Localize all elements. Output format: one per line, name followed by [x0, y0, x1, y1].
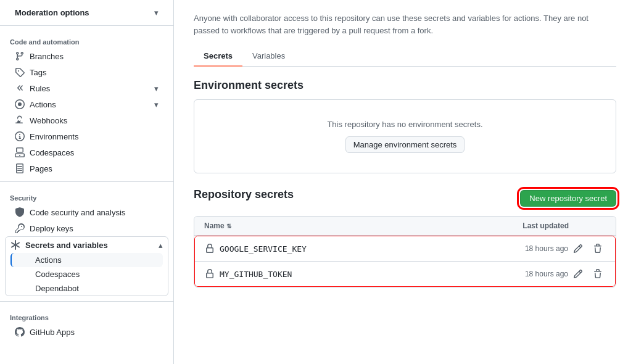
shield-icon: [15, 207, 25, 217]
chevron-down-icon-actions: ▾: [154, 100, 159, 109]
webhook-icon: [15, 115, 25, 125]
lock-icon-1: [205, 244, 215, 254]
edit-secret-1-button[interactable]: [571, 242, 585, 255]
sidebar-item-webhooks[interactable]: Webhooks: [5, 112, 168, 128]
sidebar-item-deploy-keys[interactable]: Deploy keys: [5, 220, 168, 236]
sidebar: Moderation options ▾ Code and automation…: [0, 0, 174, 364]
divider3: [0, 301, 173, 302]
sidebar-item-label-secrets-variables: Secrets and variables: [25, 241, 108, 250]
secrets-table: Name ⇅ Last updated GOOGLE_SERVICE_KEY 1…: [194, 216, 616, 287]
tag-icon: [15, 67, 25, 77]
secret-actions-2: [568, 268, 605, 280]
manage-env-secrets-button[interactable]: Manage environment secrets: [345, 136, 465, 153]
sidebar-item-label-branches: Branches: [30, 52, 64, 61]
sidebar-item-label-environments: Environments: [30, 132, 78, 141]
sidebar-item-label-deploy-keys: Deploy keys: [30, 224, 73, 233]
table-row: GOOGLE_SERVICE_KEY 18 hours ago: [195, 236, 615, 262]
table-header: Name ⇅ Last updated: [194, 217, 616, 236]
tab-secrets[interactable]: Secrets: [194, 46, 242, 67]
sidebar-item-child-dependabot[interactable]: Dependabot: [10, 281, 163, 296]
section-integrations: Integrations: [0, 307, 173, 324]
sidebar-item-pages[interactable]: Pages: [5, 160, 168, 176]
sidebar-item-moderation[interactable]: Moderation options ▾: [5, 5, 168, 20]
rules-icon: [15, 83, 25, 93]
repo-secrets-title: Repository secrets: [194, 188, 294, 201]
info-text: Anyone with collaborator access to this …: [194, 12, 616, 36]
main-content: Anyone with collaborator access to this …: [174, 0, 636, 364]
col-updated-header: Last updated: [470, 221, 569, 230]
secrets-variables-section: Secrets and variables ▴ Actions Codespac…: [5, 236, 168, 296]
env-secrets-box: This repository has no environment secre…: [194, 99, 616, 173]
edit-secret-2-button[interactable]: [571, 268, 585, 280]
chevron-down-icon: ▾: [154, 8, 159, 17]
sidebar-item-github-apps[interactable]: GitHub Apps: [5, 324, 168, 340]
sidebar-item-actions[interactable]: Actions ▾: [5, 96, 168, 112]
env-secrets-empty: This repository has no environment secre…: [214, 120, 596, 129]
chevron-right-icon: ▾: [154, 84, 159, 93]
repo-secrets-header: Repository secrets New repository secret: [194, 188, 616, 209]
pages-icon: [15, 163, 25, 173]
tabs: Secrets Variables: [194, 46, 616, 67]
sidebar-item-child-actions[interactable]: Actions: [10, 253, 163, 267]
sidebar-item-label-codespaces-child: Codespaces: [35, 270, 80, 279]
secret-name-1: GOOGLE_SERVICE_KEY: [205, 244, 469, 254]
tab-variables[interactable]: Variables: [242, 46, 295, 67]
divider2: [0, 181, 173, 182]
section-code-automation: Code and automation: [0, 31, 173, 48]
chevron-up-icon: ▴: [159, 241, 163, 250]
sidebar-item-label-webhooks: Webhooks: [30, 116, 67, 125]
branch-icon: [15, 51, 25, 61]
sidebar-item-secrets-variables[interactable]: Secrets and variables ▴: [6, 237, 168, 253]
sidebar-item-label-actions: Actions: [30, 100, 56, 109]
sidebar-item-label-actions-child: Actions: [35, 255, 62, 265]
sidebar-item-label-tags: Tags: [30, 68, 46, 77]
delete-secret-2-button[interactable]: [590, 268, 605, 280]
asterisk-icon: [10, 240, 20, 250]
secret-updated-1: 18 hours ago: [469, 244, 568, 253]
env-secrets-title: Environment secrets: [194, 79, 616, 92]
new-repository-secret-button[interactable]: New repository secret: [520, 190, 616, 207]
secret-actions-1: [568, 242, 605, 255]
delete-secret-1-button[interactable]: [590, 242, 605, 255]
sidebar-item-tags[interactable]: Tags: [5, 64, 168, 80]
sidebar-item-child-codespaces[interactable]: Codespaces: [10, 267, 163, 281]
actions-icon: [15, 99, 25, 109]
secret-name-2: MY_GITHUB_TOKEN: [205, 269, 469, 279]
col-name-header: Name ⇅: [204, 221, 470, 230]
sidebar-item-branches[interactable]: Branches: [5, 48, 168, 64]
key-icon: [15, 223, 25, 233]
sidebar-item-label-dependabot-child: Dependabot: [35, 284, 79, 293]
secrets-rows-container: GOOGLE_SERVICE_KEY 18 hours ago: [194, 236, 616, 287]
section-security: Security: [0, 187, 173, 204]
environments-icon: [15, 131, 25, 141]
sidebar-item-environments[interactable]: Environments: [5, 128, 168, 144]
sidebar-item-label-pages: Pages: [30, 164, 52, 173]
divider: [0, 25, 173, 26]
sidebar-item-rules[interactable]: Rules ▾: [5, 80, 168, 96]
table-row: MY_GITHUB_TOKEN 18 hours ago: [195, 262, 615, 286]
codespaces-icon: [15, 147, 25, 157]
lock-icon-2: [205, 269, 215, 279]
sidebar-item-codespaces[interactable]: Codespaces: [5, 144, 168, 160]
sidebar-item-label-code-security: Code security and analysis: [30, 208, 125, 217]
sidebar-item-label-rules: Rules: [30, 84, 50, 93]
sort-icon: ⇅: [226, 223, 231, 230]
secret-updated-2: 18 hours ago: [469, 270, 568, 278]
sidebar-item-label-codespaces: Codespaces: [30, 148, 74, 157]
github-icon: [15, 327, 25, 337]
sidebar-item-code-security[interactable]: Code security and analysis: [5, 204, 168, 220]
sidebar-item-label-github-apps: GitHub Apps: [30, 328, 75, 337]
